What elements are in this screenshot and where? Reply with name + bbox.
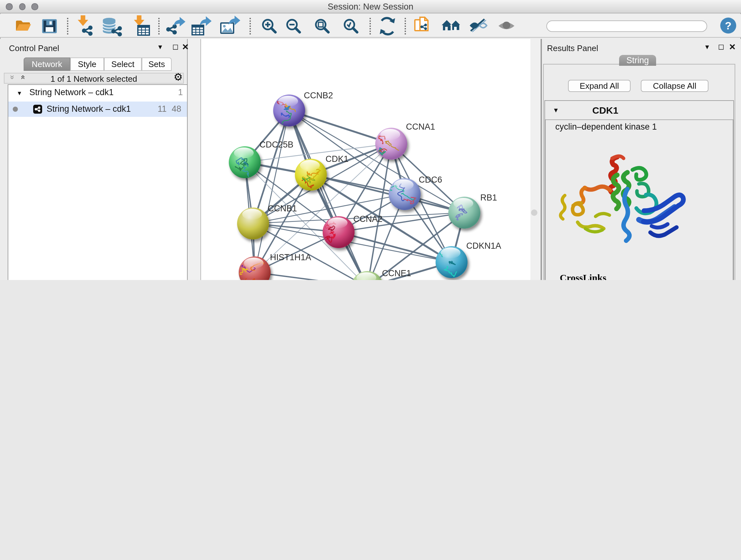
svg-text:CCNA2: CCNA2: [353, 214, 383, 224]
svg-text:CDKN1A: CDKN1A: [466, 241, 501, 251]
svg-text:CDC6: CDC6: [419, 175, 442, 185]
svg-text:CCNB2: CCNB2: [304, 91, 333, 100]
svg-text:CCNE1: CCNE1: [382, 268, 411, 278]
svg-text:?: ?: [725, 19, 732, 32]
svg-text:CCNB1: CCNB1: [268, 204, 297, 213]
svg-text:CDC25B: CDC25B: [259, 140, 293, 149]
svg-text:CCNA1: CCNA1: [406, 122, 435, 132]
svg-text:HIST1H1A: HIST1H1A: [270, 253, 311, 262]
svg-text:RB1: RB1: [480, 193, 497, 202]
svg-text:CDK1: CDK1: [326, 154, 348, 164]
